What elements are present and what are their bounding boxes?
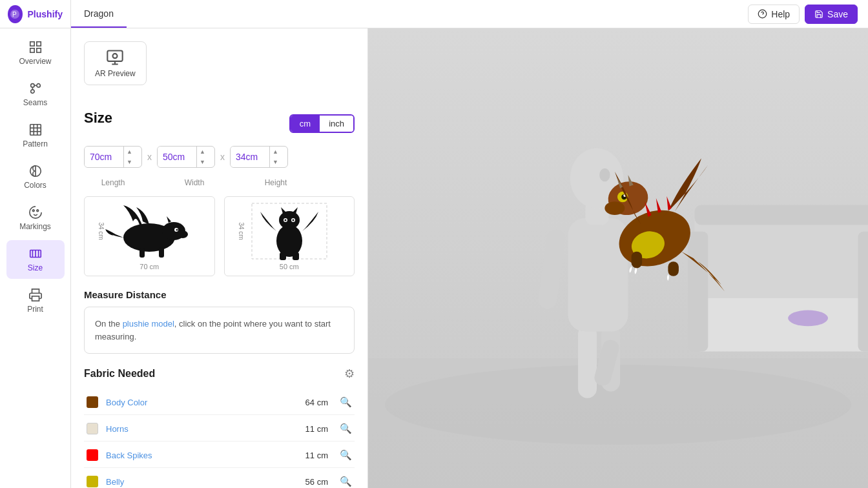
pattern-front-view: 34 cm [224,196,355,276]
length-input[interactable] [85,147,123,167]
length-label: Length [84,178,142,187]
belly-search-icon[interactable]: 🔍 [340,476,352,487]
ar-preview-button[interactable]: AR Preview [84,41,147,85]
logo-area: P Plushify [0,0,71,28]
fabric-settings-icon[interactable]: ⚙ [344,367,355,381]
length-field[interactable]: ▲ ▼ [84,146,142,168]
sidebar-item-colors-label: Colors [24,181,46,190]
sidebar-item-pattern[interactable]: Pattern [6,116,65,155]
svg-point-61 [599,168,610,182]
measure-distance-title: Measure Distance [84,289,355,300]
size-panel: AR Preview Size cm inch ▲ ▼ x [71,28,368,488]
horns-search-icon[interactable]: 🔍 [340,423,352,434]
svg-rect-48 [695,298,868,352]
pattern-side-height-label: 34 cm [98,222,105,239]
svg-point-35 [176,229,178,231]
logo-icon: P [8,5,23,23]
fabric-rows: Body Color 64 cm 🔍 Horns 11 cm 🔍 Back Sp… [84,390,355,488]
svg-rect-50 [858,232,868,352]
svg-point-43 [284,219,286,221]
svg-point-64 [604,201,625,215]
dragon-tab[interactable]: Dragon [71,0,127,28]
belly-name: Belly [106,477,288,487]
pattern-front-height-label: 34 cm [238,222,245,239]
unit-cm-button[interactable]: cm [291,116,320,132]
fabric-row-back-spikes: Back Spikes 11 cm 🔍 [84,443,355,468]
svg-rect-13 [30,125,41,136]
sidebar-item-markings-label: Markings [19,222,51,231]
svg-point-28 [113,54,118,58]
sidebar-item-size-label: Size [28,263,43,272]
dimension-row: ▲ ▼ x ▲ ▼ x ▲ ▼ [84,146,355,168]
measure-distance-section: Measure Distance On the plushie model, c… [84,289,355,354]
belly-swatch [87,476,98,487]
save-button[interactable]: Save [805,5,858,24]
svg-rect-53 [578,325,597,398]
svg-rect-56 [568,218,628,331]
viewport-3d[interactable] [368,28,868,488]
pattern-previews: 34 cm [84,196,355,276]
svg-point-31 [178,230,188,238]
svg-rect-40 [293,252,299,260]
pattern-front-width-label: 50 cm [280,263,299,270]
horns-swatch [87,423,98,434]
fabric-header: Fabric Needed ⚙ [84,367,355,381]
sidebar-item-overview[interactable]: Overview [6,34,65,72]
width-input[interactable] [158,147,196,167]
sidebar-item-size[interactable]: Size [6,240,65,279]
svg-point-20 [32,210,34,212]
body-color-swatch [87,396,98,408]
pattern-side-silhouette: 34 cm [104,202,194,260]
sidebar-item-print[interactable]: Print [6,281,65,320]
width-field[interactable]: ▲ ▼ [157,146,215,168]
fabric-needed-section: Fabric Needed ⚙ Body Color 64 cm 🔍 Horns… [84,367,355,488]
fabric-row-belly: Belly 56 cm 🔍 [84,469,355,488]
svg-rect-47 [695,205,868,225]
height-arrows: ▲ ▼ [269,147,281,167]
measure-distance-box: On the plushie model, click on the point… [84,307,355,354]
width-arrows: ▲ ▼ [196,147,208,167]
sidebar-item-print-label: Print [27,305,43,314]
size-title: Size [84,110,112,127]
belly-amount: 56 cm [296,477,328,487]
height-input[interactable] [231,147,269,167]
svg-rect-39 [280,252,286,260]
svg-text:P: P [12,11,17,18]
width-up[interactable]: ▲ [197,147,208,157]
horns-amount: 11 cm [296,424,328,434]
svg-rect-57 [537,229,566,310]
fabric-row-horns: Horns 11 cm 🔍 [84,416,355,442]
length-arrows: ▲ ▼ [123,147,135,167]
sidebar-item-colors[interactable]: Colors [6,158,65,196]
svg-rect-6 [30,48,34,52]
height-up[interactable]: ▲ [270,147,281,157]
dimension-labels: Length Width Height [84,178,355,187]
svg-rect-7 [36,48,40,52]
logo-text: Plushify [28,9,63,19]
back-spikes-search-icon[interactable]: 🔍 [340,449,352,461]
sidebar-item-seams[interactable]: Seams [6,75,65,114]
side-silhouette-svg [104,202,194,260]
sidebar-item-markings[interactable]: Markings [6,199,65,238]
svg-point-9 [36,84,40,88]
unit-inch-button[interactable]: inch [320,116,353,132]
body-color-name: Body Color [106,398,288,407]
svg-rect-32 [159,247,164,258]
svg-rect-49 [688,232,708,352]
front-silhouette-svg [251,202,328,260]
length-down[interactable]: ▼ [124,157,135,167]
height-down[interactable]: ▼ [270,157,281,167]
pattern-side-view: 34 cm [84,196,215,276]
pattern-side-width-label: 70 cm [140,263,159,270]
back-spikes-swatch [87,449,98,461]
fabric-row-body-color: Body Color 64 cm 🔍 [84,390,355,415]
help-button[interactable]: Help [748,5,800,24]
sidebar-item-overview-label: Overview [19,57,51,66]
height-field[interactable]: ▲ ▼ [230,146,288,168]
unit-toggle: cm inch [289,114,355,133]
width-down[interactable]: ▼ [197,157,208,167]
dim-x-2: x [220,152,225,162]
svg-rect-5 [36,42,40,46]
body-color-search-icon[interactable]: 🔍 [340,396,352,408]
length-up[interactable]: ▲ [124,147,135,157]
